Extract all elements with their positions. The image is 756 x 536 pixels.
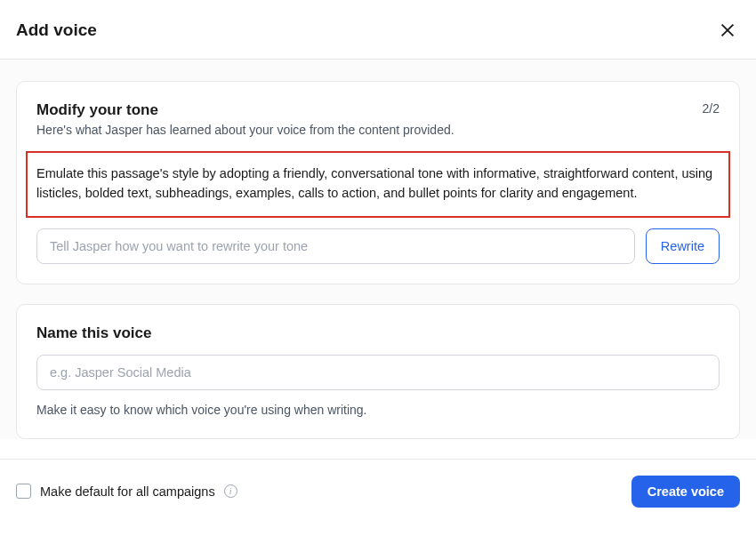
name-voice-card: Name this voice Make it easy to know whi… <box>16 304 740 439</box>
content-area: Modify your tone Here's what Jasper has … <box>0 60 756 439</box>
rewrite-input[interactable] <box>36 228 635 264</box>
step-indicator: 2/2 <box>703 101 720 116</box>
info-icon[interactable]: i <box>224 484 237 498</box>
name-card-title: Name this voice <box>36 324 720 342</box>
default-checkbox[interactable] <box>16 484 31 499</box>
card-header: Modify your tone Here's what Jasper has … <box>36 101 720 151</box>
modal-footer: Make default for all campaigns i Create … <box>0 459 756 524</box>
voice-name-input[interactable] <box>36 355 720 390</box>
rewrite-row: Rewrite <box>36 228 720 264</box>
name-helper-text: Make it easy to know which voice you're … <box>36 403 720 417</box>
close-button[interactable] <box>715 18 740 43</box>
default-checkbox-label: Make default for all campaigns <box>40 484 215 499</box>
create-voice-button[interactable]: Create voice <box>631 476 740 508</box>
tone-card-subtitle: Here's what Jasper has learned about you… <box>36 123 454 137</box>
tone-summary-highlight: Emulate this passage's style by adopting… <box>26 151 730 218</box>
close-icon <box>718 20 737 40</box>
default-checkbox-row: Make default for all campaigns i <box>16 484 237 499</box>
modal-title: Add voice <box>16 20 97 40</box>
rewrite-button[interactable]: Rewrite <box>646 228 720 264</box>
tone-card-title: Modify your tone <box>36 101 454 119</box>
modal-header: Add voice <box>0 0 756 60</box>
modify-tone-card: Modify your tone Here's what Jasper has … <box>16 81 740 284</box>
